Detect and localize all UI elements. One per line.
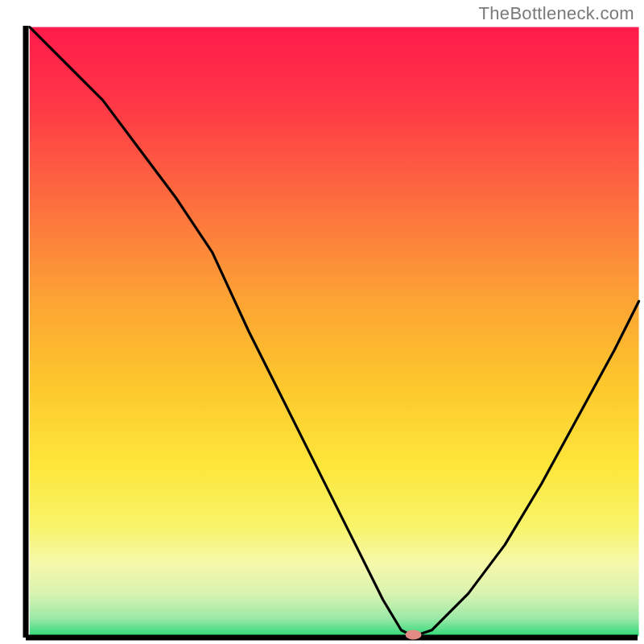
chart-container: TheBottleneck.com — [0, 0, 644, 644]
bottleneck-chart — [0, 0, 644, 644]
watermark-text: TheBottleneck.com — [479, 3, 634, 24]
optimum-marker — [406, 630, 422, 639]
plot-background — [30, 27, 639, 637]
